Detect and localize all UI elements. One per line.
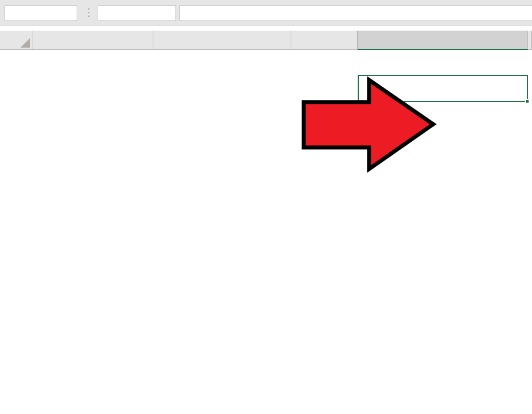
column-header-d[interactable] — [358, 31, 528, 50]
column-header-row — [0, 31, 532, 50]
formula-input[interactable] — [179, 5, 532, 21]
formula-buttons — [98, 5, 176, 21]
red-arrow-annotation — [295, 73, 440, 176]
column-header-b[interactable] — [153, 31, 291, 50]
formula-bar: ⋮ — [0, 0, 532, 26]
select-all-triangle-icon — [20, 38, 30, 48]
formula-bar-separator-dots-icon: ⋮ — [83, 5, 93, 20]
sheet-grid — [0, 50, 532, 414]
column-header-e-sliver[interactable] — [528, 31, 532, 50]
select-all-corner[interactable] — [0, 31, 32, 50]
column-header-a[interactable] — [32, 31, 153, 50]
excel-window: ⋮ — [0, 0, 532, 414]
name-box[interactable] — [5, 5, 77, 21]
column-header-c[interactable] — [291, 31, 358, 50]
